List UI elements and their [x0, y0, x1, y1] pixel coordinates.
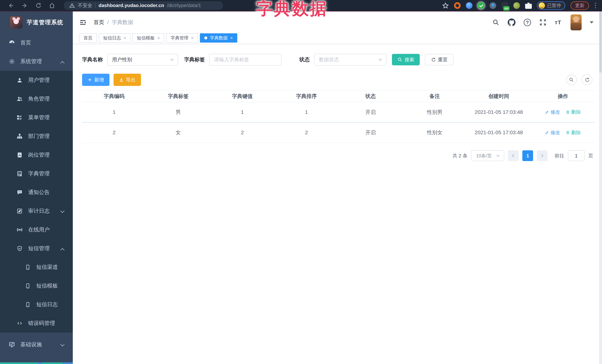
fullscreen-icon[interactable]	[539, 19, 547, 26]
add-button[interactable]: 新增	[82, 74, 109, 86]
col-header: 创建时间	[467, 93, 531, 100]
sidebar-item-label: 用户管理	[28, 76, 50, 84]
status-select[interactable]: 数据状态	[314, 54, 387, 65]
extension-drop-icon[interactable]	[466, 2, 473, 9]
table-toolbar: 新增 导出	[82, 74, 595, 86]
close-tab-icon[interactable]: ×	[191, 36, 194, 40]
breadcrumb-home[interactable]: 首页	[94, 19, 104, 26]
phone-icon	[24, 301, 31, 308]
sidebar-item-error-code[interactable]: 错误码管理	[0, 314, 73, 333]
update-button[interactable]: 更新	[570, 1, 589, 10]
avatar-caret-icon[interactable]	[590, 21, 593, 25]
extension-on-badge: on	[503, 6, 510, 11]
sidebar-item-sms[interactable]: 短信管理	[0, 239, 73, 258]
sidebar-item-sms-template[interactable]: 短信模板	[0, 276, 73, 295]
delete-link-label: 删除	[571, 109, 581, 115]
export-button-label: 导出	[126, 77, 135, 83]
goto-page-input[interactable]	[568, 150, 585, 161]
next-page-button[interactable]	[537, 150, 548, 161]
prev-page-button[interactable]	[508, 150, 519, 161]
chevron-down-icon	[378, 57, 382, 61]
url-bar[interactable]: 不安全 dashboard.yudao.iocoder.cn/dict/type…	[64, 1, 223, 10]
back-icon[interactable]	[8, 2, 14, 9]
extension-diamond-icon[interactable]	[490, 2, 496, 9]
tab-dict-manage[interactable]: 字典管理 ×	[166, 33, 198, 42]
tab-sms-log[interactable]: 短信日志 ×	[99, 33, 130, 42]
sidebar-item-users[interactable]: 用户管理	[0, 71, 73, 89]
chevron-up-icon	[60, 248, 65, 252]
edit-link[interactable]: 修改	[545, 109, 560, 115]
font-size-icon[interactable]: тT	[555, 19, 561, 26]
dict-name-select[interactable]: 用户性别	[107, 54, 178, 65]
sidebar-item-audit-log[interactable]: 审计日志	[0, 202, 73, 220]
reset-button[interactable]: 重置	[425, 54, 453, 65]
profile-badge-label: 已暂停	[547, 2, 561, 9]
dict-label-label: 字典标签	[184, 56, 205, 63]
export-button[interactable]: 导出	[114, 74, 141, 86]
cell-dict-label: 女	[146, 129, 210, 136]
app-logo[interactable]: 芋道管理系统	[0, 11, 73, 33]
extension-on-icon[interactable]: on	[501, 2, 508, 9]
toggle-search-button[interactable]	[566, 74, 577, 85]
sidebar-item-sms-log[interactable]: 短信日志	[0, 295, 73, 314]
sidebar-item-departments[interactable]: 部门管理	[0, 127, 73, 146]
bookmark-star-icon[interactable]	[442, 2, 449, 9]
forward-icon[interactable]	[22, 2, 28, 9]
sidebar-item-sms-channel[interactable]: 短信渠道	[0, 258, 73, 276]
help-icon[interactable]: ?	[524, 19, 531, 26]
delete-link-label: 删除	[571, 129, 581, 136]
current-page[interactable]: 1	[522, 150, 533, 161]
browser-menu-icon[interactable]	[594, 2, 597, 9]
tab-dict-data[interactable]: 字典数据 ×	[200, 33, 237, 42]
close-tab-icon[interactable]: ×	[157, 36, 160, 40]
sidebar-item-dict[interactable]: 字典管理	[0, 164, 73, 183]
sidebar-item-home[interactable]: 首页	[0, 33, 73, 52]
browser-profile-chip[interactable]: 已暂停	[537, 1, 565, 10]
close-tab-icon[interactable]: ×	[124, 36, 126, 40]
sidebar-item-infrastructure[interactable]: 基础设施	[0, 335, 73, 354]
cell-created: 2021-01-05 17:03:48	[467, 109, 531, 115]
page-size-select[interactable]: 10条/页	[471, 150, 504, 161]
profile-emoji-icon	[539, 2, 545, 9]
sidebar-item-online-users[interactable]: 在线用户	[0, 220, 73, 239]
user-avatar[interactable]	[570, 14, 582, 30]
home-icon[interactable]	[49, 2, 55, 9]
sidebar-scrollbar[interactable]	[0, 362, 73, 364]
sidebar-item-roles[interactable]: 角色管理	[0, 89, 73, 108]
extension-check-icon[interactable]	[478, 2, 484, 9]
table-row[interactable]: 1 男 1 1 开启 性别男 2021-01-05 17:03:48 修改	[82, 102, 595, 123]
close-tab-icon[interactable]: ×	[230, 36, 233, 40]
sidebar-item-posts[interactable]: 岗位管理	[0, 146, 73, 164]
edit-link[interactable]: 修改	[545, 129, 560, 136]
search-button[interactable]: 搜索	[392, 54, 420, 65]
sidebar-item-system[interactable]: 系统管理	[0, 52, 73, 71]
sidebar-item-menus[interactable]: 菜单管理	[0, 108, 73, 127]
cell-dict-label: 男	[146, 109, 210, 116]
tab-home[interactable]: 首页	[79, 33, 97, 42]
refresh-button[interactable]	[582, 74, 592, 85]
tab-sms-template[interactable]: 短信模板 ×	[132, 33, 164, 42]
table-row[interactable]: 2 女 2 2 开启 性别女 2021-01-05 17:03:48 修改	[82, 123, 595, 143]
extensions-puzzle-icon[interactable]	[525, 2, 532, 9]
breadcrumb-separator: /	[107, 20, 109, 26]
delete-link[interactable]: 删除	[566, 109, 581, 115]
filter-form: 字典名称 用户性别 字典标签 状态 数据状态 搜索 重置	[82, 54, 595, 65]
window-scrollbar[interactable]	[599, 11, 602, 364]
sidebar-item-label: 角色管理	[28, 95, 50, 103]
search-icon[interactable]	[492, 19, 500, 26]
sidebar-item-notice[interactable]: 通知公告	[0, 183, 73, 202]
sidebar-item-label: 通知公告	[28, 189, 50, 196]
collapse-sidebar-icon[interactable]	[79, 19, 86, 26]
github-icon[interactable]	[508, 19, 516, 26]
sidebar-item-label: 基础设施	[20, 341, 42, 348]
extension-orange-icon[interactable]	[454, 2, 461, 9]
search-button-label: 搜索	[405, 56, 414, 63]
tab-label: 字典数据	[210, 35, 228, 41]
dict-label-input[interactable]	[209, 54, 281, 65]
tab-label: 短信模板	[137, 35, 155, 41]
extension-bird-icon[interactable]	[513, 2, 520, 9]
delete-link[interactable]: 删除	[566, 129, 581, 136]
reload-icon[interactable]	[35, 2, 42, 9]
chevron-down-icon	[496, 153, 500, 157]
cell-dict-code: 2	[82, 130, 146, 135]
